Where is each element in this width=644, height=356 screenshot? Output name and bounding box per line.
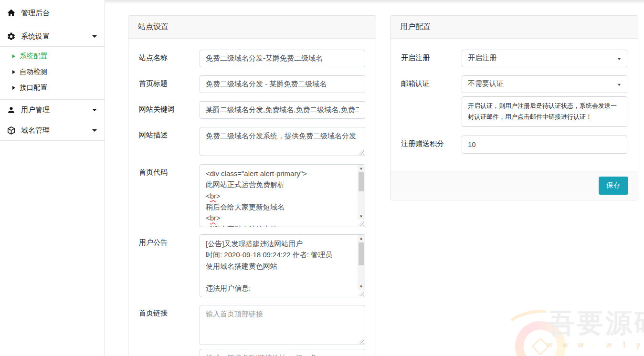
home-code-label: 首页代码 [139, 164, 200, 177]
home-links-textarea[interactable] [200, 305, 365, 345]
chevron-down-icon [92, 35, 97, 38]
keywords-row: 网站关键词 [139, 101, 365, 119]
sidebar-item-api-config[interactable]: 接口配置 [0, 80, 105, 95]
select-caret-icon: ▼ [617, 82, 622, 86]
home-code-textarea[interactable]: <div class="alert alert-primary">此网站正式运营… [200, 164, 365, 227]
site-name-input[interactable] [200, 50, 365, 67]
site-settings-card: 站点设置 站点名称 首页标题 网站关键词 网站 [128, 15, 376, 356]
home-icon [7, 9, 16, 18]
scroll-down-icon[interactable]: ▼ [358, 283, 365, 290]
email-auth-select[interactable]: 不需要认证 ▼ [462, 75, 627, 93]
email-auth-help-text: 开启认证，则用户注册后是待认证状态，系统会发送一封认证邮件，用户点击邮件中链接进… [462, 96, 627, 127]
user-icon [7, 105, 16, 115]
register-points-input[interactable] [462, 136, 627, 154]
home-code-row: 首页代码 <div class="alert alert-primary">此网… [139, 164, 365, 227]
site-card-title: 站点设置 [128, 16, 376, 39]
home-title-row: 首页标题 [139, 75, 365, 93]
scrollbar-thumb[interactable] [359, 242, 364, 265]
sidebar-subitem-label: 接口配置 [20, 83, 47, 92]
email-auth-select-value: 不需要认证 [468, 79, 504, 87]
register-select-value: 开启注册 [468, 53, 496, 62]
chevron-down-icon [92, 129, 97, 132]
sidebar: 管理后台 系统设置 系统配置 自动检测 接口配置 用户管理 [0, 0, 105, 356]
scroll-up-icon[interactable]: ▲ [358, 165, 365, 171]
sidebar-item-label: 域名管理 [21, 126, 50, 135]
scroll-down-icon[interactable]: ▼ [358, 213, 365, 220]
keywords-input[interactable] [200, 101, 365, 119]
scroll-up-icon[interactable]: ▲ [358, 235, 365, 241]
cube-icon [7, 126, 16, 135]
chevron-down-icon [92, 109, 97, 111]
user-card-footer: 保存 [391, 171, 638, 200]
sidebar-item-system-settings[interactable]: 系统设置 [0, 26, 105, 47]
description-row: 网站描述 免费二级域名分发系统，提供免费二级域名分发 [139, 127, 365, 156]
home-title-label: 首页标题 [139, 75, 200, 88]
email-auth-label: 邮箱认证 [401, 75, 462, 88]
sidebar-item-domain-management[interactable]: 域名管理 [0, 120, 105, 141]
sidebar-item-auto-detect[interactable]: 自动检测 [0, 64, 105, 80]
user-notice-textarea[interactable]: [公告]又发现搭建违法网站用户 时间: 2020-09-18 09:24:22 … [200, 234, 365, 297]
description-label: 网站描述 [139, 127, 200, 140]
save-button[interactable]: 保存 [599, 177, 628, 195]
sidebar-subitem-label: 自动检测 [20, 67, 47, 76]
scrollbar[interactable]: ▲ ▼ [358, 165, 365, 220]
sidebar-item-user-management[interactable]: 用户管理 [0, 100, 105, 120]
email-auth-row: 邮箱认证 不需要认证 ▼ 开启认证，则用户注册后是待认证状态，系统会发送一封认证… [401, 75, 627, 127]
main-content: 站点设置 站点名称 首页标题 网站关键词 网站 [105, 0, 644, 356]
scrollbar[interactable]: ▲ ▼ [358, 235, 365, 290]
triangle-right-icon [12, 54, 15, 58]
friend-links-row [139, 349, 365, 356]
sidebar-subitem-label: 系统配置 [20, 52, 47, 61]
home-title-input[interactable] [200, 75, 365, 93]
sidebar-item-system-config[interactable]: 系统配置 [0, 48, 105, 64]
friend-links-textarea[interactable] [200, 349, 365, 356]
site-name-label: 站点名称 [139, 50, 200, 63]
register-points-row: 注册赠送积分 [401, 136, 627, 154]
site-name-row: 站点名称 [139, 50, 365, 67]
triangle-right-icon [12, 70, 15, 74]
sidebar-submenu-system: 系统配置 自动检测 接口配置 [0, 47, 105, 100]
user-config-card: 用户配置 开启注册 开启注册 ▼ 邮箱认证 不需要认证 ▼ [390, 15, 638, 200]
sidebar-brand[interactable]: 管理后台 [0, 0, 105, 26]
select-caret-icon: ▼ [617, 56, 622, 60]
sidebar-item-label: 系统设置 [21, 32, 50, 41]
user-notice-label: 用户公告 [139, 234, 200, 247]
description-textarea[interactable]: 免费二级域名分发系统，提供免费二级域名分发 [200, 127, 365, 156]
triangle-right-icon [12, 86, 15, 90]
home-links-label: 首页链接 [139, 305, 200, 318]
scrollbar-thumb[interactable] [359, 172, 364, 191]
register-label: 开启注册 [401, 50, 462, 63]
user-card-title: 用户配置 [391, 16, 638, 39]
user-notice-row: 用户公告 [公告]又发现搭建违法网站用户 时间: 2020-09-18 09:2… [139, 234, 365, 297]
sidebar-item-label: 用户管理 [21, 105, 50, 115]
register-select[interactable]: 开启注册 ▼ [462, 50, 627, 67]
home-links-row: 首页链接 [139, 305, 365, 345]
gear-icon [7, 32, 16, 41]
brand-label: 管理后台 [21, 9, 50, 18]
keywords-label: 网站关键词 [139, 101, 200, 114]
register-points-label: 注册赠送积分 [401, 136, 462, 148]
register-row: 开启注册 开启注册 ▼ [401, 50, 627, 67]
